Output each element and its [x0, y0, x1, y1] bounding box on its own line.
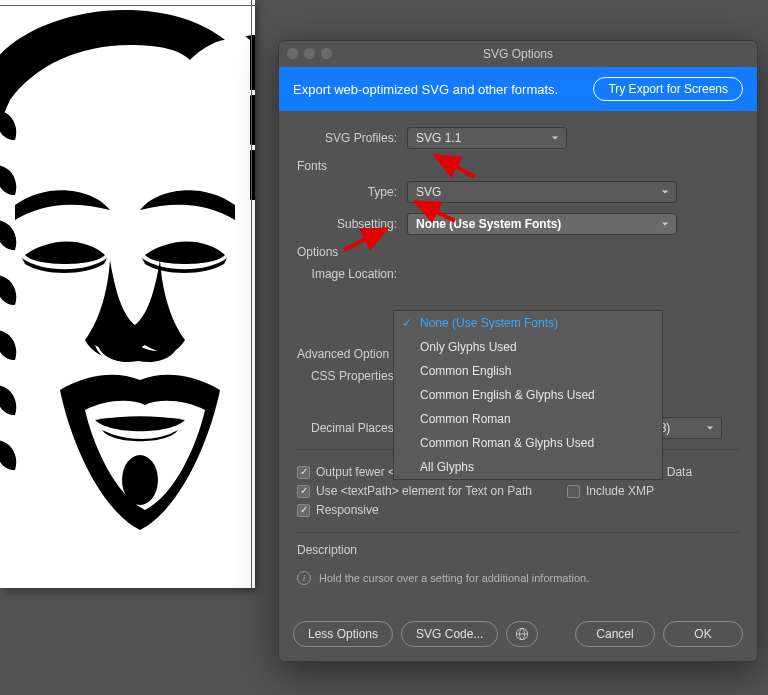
export-banner: Export web-optimized SVG and other forma… [279, 67, 757, 111]
svg-code-button[interactable]: SVG Code... [401, 621, 498, 647]
font-type-label: Type: [297, 185, 407, 199]
chevron-down-icon [551, 131, 559, 145]
responsive-checkbox[interactable] [297, 504, 310, 517]
try-export-button[interactable]: Try Export for Screens [593, 77, 743, 101]
include-xmp-checkbox[interactable] [567, 485, 580, 498]
chevron-down-icon [706, 421, 714, 435]
responsive-label: Responsive [316, 503, 379, 517]
svg-point-2 [122, 455, 158, 505]
chevron-down-icon [661, 185, 669, 199]
subsetting-select[interactable]: None (Use System Fonts) [407, 213, 677, 235]
dropdown-option[interactable]: Common English [394, 359, 662, 383]
use-textpath-checkbox[interactable] [297, 485, 310, 498]
banner-text: Export web-optimized SVG and other forma… [293, 82, 558, 97]
svg-options-dialog: SVG Options Export web-optimized SVG and… [278, 40, 758, 662]
font-type-select[interactable]: SVG [407, 181, 677, 203]
subsetting-dropdown[interactable]: None (Use System Fonts) Only Glyphs Used… [393, 310, 663, 480]
options-heading: Options [297, 245, 739, 259]
description-hint: i Hold the cursor over a setting for add… [297, 565, 739, 607]
dropdown-option[interactable]: Common English & Glyphs Used [394, 383, 662, 407]
ok-button[interactable]: OK [663, 621, 743, 647]
window-traffic-lights[interactable] [287, 48, 332, 59]
use-textpath-label: Use <textPath> element for Text on Path [316, 484, 532, 498]
guide-line [251, 0, 252, 588]
guide-line [0, 5, 255, 6]
output-fewer-checkbox[interactable] [297, 466, 310, 479]
svg-point-0 [62, 251, 74, 261]
separator [297, 532, 739, 533]
dropdown-option[interactable]: All Glyphs [394, 455, 662, 479]
include-xmp-label: Include XMP [586, 484, 654, 498]
svg-profiles-select[interactable]: SVG 1.1 [407, 127, 567, 149]
preview-globe-button[interactable] [506, 621, 538, 647]
description-heading: Description [297, 543, 739, 557]
chevron-down-icon [661, 217, 669, 231]
dropdown-option[interactable]: Common Roman [394, 407, 662, 431]
less-options-button[interactable]: Less Options [293, 621, 393, 647]
fonts-heading: Fonts [297, 159, 739, 173]
svg-profiles-label: SVG Profiles: [297, 131, 407, 145]
dialog-footer: Less Options SVG Code... Cancel OK [279, 621, 757, 661]
dropdown-option[interactable]: Only Glyphs Used [394, 335, 662, 359]
subsetting-label: Subsetting: [297, 217, 407, 231]
canvas-artboard [0, 0, 255, 588]
dialog-titlebar: SVG Options [279, 41, 757, 67]
dialog-title: SVG Options [483, 47, 553, 61]
dropdown-option[interactable]: None (Use System Fonts) [394, 311, 662, 335]
css-properties-label: CSS Properties: [297, 369, 407, 383]
svg-point-1 [182, 251, 194, 261]
decimal-places-label: Decimal Places: [297, 421, 407, 435]
cancel-button[interactable]: Cancel [575, 621, 655, 647]
dropdown-option[interactable]: Common Roman & Glyphs Used [394, 431, 662, 455]
image-location-label: Image Location: [297, 267, 407, 281]
artwork-face [0, 0, 255, 588]
globe-icon [515, 627, 529, 641]
info-icon: i [297, 571, 311, 585]
